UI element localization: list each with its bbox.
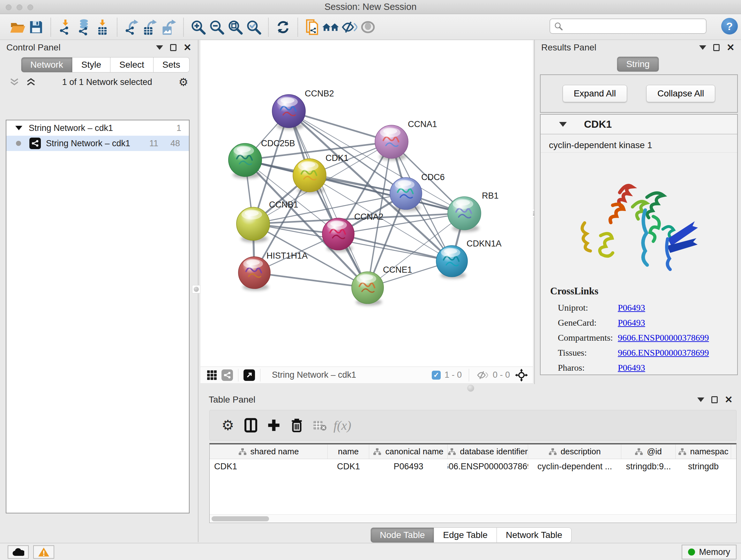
- zoom-fit-button[interactable]: [226, 17, 245, 37]
- horizontal-splitter-handle[interactable]: [467, 385, 474, 392]
- open-in-window-button[interactable]: [242, 368, 257, 382]
- tab-edge-table[interactable]: Edge Table: [434, 527, 497, 543]
- network-canvas[interactable]: CCNB2CCNA1CDC25BCDK1CDC6RB1CCNB1CCNA2CDK…: [200, 40, 533, 367]
- zoom-out-button[interactable]: [207, 17, 226, 37]
- warnings-button[interactable]: [33, 545, 54, 559]
- left-splitter-handle[interactable]: [192, 285, 200, 294]
- pan-mode-button[interactable]: [514, 368, 529, 382]
- table-cell[interactable]: CDK1: [328, 459, 369, 474]
- column-header-namespac[interactable]: namespac: [676, 444, 731, 459]
- close-panel-icon[interactable]: ✕: [727, 43, 735, 52]
- delete-columns-button[interactable]: [287, 416, 306, 435]
- show-all-button[interactable]: [359, 17, 377, 37]
- column-header-description[interactable]: description: [528, 444, 621, 459]
- crosslink-link[interactable]: P06493: [618, 303, 645, 313]
- network-node-rb1[interactable]: [448, 197, 481, 232]
- close-panel-icon[interactable]: ✕: [184, 43, 192, 52]
- function-builder-button[interactable]: f(x): [333, 418, 351, 433]
- network-node-ccnb1[interactable]: [237, 207, 270, 242]
- network-edge[interactable]: [254, 273, 367, 288]
- network-node-cdc25b[interactable]: [228, 143, 262, 179]
- network-collection-row[interactable]: String Network – cdk1 1: [6, 120, 189, 136]
- float-panel-icon[interactable]: [170, 44, 177, 51]
- new-network-from-selection-button[interactable]: [303, 17, 322, 37]
- import-network-from-database-button[interactable]: [75, 17, 93, 37]
- collapse-all-icon[interactable]: [10, 78, 19, 86]
- float-panel-icon[interactable]: [713, 44, 720, 51]
- tab-style[interactable]: Style: [72, 57, 111, 72]
- cloud-status-button[interactable]: [8, 545, 29, 559]
- column-header-shared-name[interactable]: shared name: [210, 444, 328, 459]
- create-column-button[interactable]: [265, 416, 283, 435]
- export-table-button[interactable]: [141, 17, 159, 37]
- network-options-gear-icon[interactable]: ⚙: [179, 77, 188, 87]
- tab-network[interactable]: Network: [21, 57, 72, 72]
- minimize-window-button[interactable]: [17, 4, 22, 10]
- table-cell[interactable]: cyclin-dependent ...: [528, 459, 621, 474]
- float-panel-icon[interactable]: [711, 396, 718, 403]
- import-table-from-file-button[interactable]: [93, 17, 112, 37]
- zoom-selected-button[interactable]: [245, 17, 263, 37]
- select-columns-button[interactable]: [242, 416, 260, 435]
- hide-selected-button[interactable]: [340, 17, 359, 37]
- table-horizontal-scrollbar[interactable]: [210, 514, 736, 523]
- help-button[interactable]: ?: [721, 18, 738, 35]
- protein-card-header[interactable]: CDK1: [541, 115, 737, 134]
- network-edge[interactable]: [289, 111, 367, 288]
- tab-node-table[interactable]: Node Table: [370, 527, 434, 543]
- table-row[interactable]: CDK1CDK1P064939606.ENSP00000378699cyclin…: [210, 459, 736, 474]
- network-row[interactable]: String Network – cdk1 11 48: [6, 136, 189, 151]
- save-session-button[interactable]: [27, 17, 45, 37]
- column-header-canonical-name[interactable]: canonical name: [369, 444, 448, 459]
- delete-table-button[interactable]: [311, 416, 329, 435]
- panel-menu-icon[interactable]: [697, 397, 704, 402]
- network-node-cdk1[interactable]: [293, 159, 326, 194]
- expand-all-button[interactable]: Expand All: [562, 85, 627, 102]
- collapse-all-button[interactable]: Collapse All: [646, 85, 715, 102]
- tab-network-table[interactable]: Network Table: [497, 527, 571, 543]
- column-header-database-identifier[interactable]: database identifier: [448, 444, 528, 459]
- scrollbar-thumb[interactable]: [212, 516, 269, 521]
- collection-caret-icon[interactable]: [15, 126, 22, 130]
- memory-button[interactable]: Memory: [682, 545, 737, 559]
- panel-menu-icon[interactable]: [699, 45, 706, 50]
- first-neighbors-button[interactable]: [322, 17, 340, 37]
- apply-layout-button[interactable]: [274, 17, 292, 37]
- import-network-from-file-button[interactable]: [56, 17, 75, 37]
- table-cell[interactable]: stringdb: [676, 459, 731, 474]
- collapse-protein-icon[interactable]: [559, 122, 567, 127]
- export-network-button[interactable]: [123, 17, 141, 37]
- network-node-ccne1[interactable]: [352, 272, 384, 306]
- birds-eye-view-button[interactable]: [204, 368, 219, 382]
- table-cell[interactable]: 9606.ENSP00000378699: [448, 459, 528, 474]
- search-input[interactable]: [563, 21, 700, 31]
- table-cell[interactable]: CDK1: [210, 459, 328, 474]
- expand-all-icon[interactable]: [26, 78, 36, 86]
- zoom-window-button[interactable]: [27, 4, 33, 10]
- tab-string[interactable]: String: [617, 57, 659, 72]
- network-node-cdc6[interactable]: [390, 178, 422, 211]
- network-edge[interactable]: [338, 234, 452, 261]
- network-node-cdkn1a[interactable]: [436, 246, 468, 279]
- selected-checkbox-icon[interactable]: ✓: [432, 371, 441, 380]
- crosslink-link[interactable]: 9606.ENSP00000378699: [618, 333, 709, 343]
- tab-sets[interactable]: Sets: [153, 57, 190, 72]
- zoom-in-button[interactable]: [189, 17, 207, 37]
- panel-menu-icon[interactable]: [156, 45, 163, 50]
- network-node-ccna1[interactable]: [375, 125, 408, 160]
- open-session-button[interactable]: [8, 17, 27, 37]
- export-image-button[interactable]: [159, 17, 178, 37]
- string-panel-button[interactable]: [219, 368, 235, 382]
- column-header--id[interactable]: @id: [621, 444, 676, 459]
- network-node-ccna2[interactable]: [322, 218, 354, 252]
- table-cell[interactable]: P06493: [369, 459, 448, 474]
- crosslink-link[interactable]: P06493: [618, 318, 645, 327]
- crosslink-link[interactable]: 9606.ENSP00000378699: [618, 348, 709, 358]
- table-cell[interactable]: stringdb:9...: [621, 459, 676, 474]
- close-window-button[interactable]: [6, 4, 11, 10]
- network-node-hist1h1a[interactable]: [239, 257, 270, 291]
- close-panel-icon[interactable]: ✕: [725, 395, 733, 405]
- crosslink-link[interactable]: P06493: [618, 363, 645, 373]
- column-header-name[interactable]: name: [328, 444, 369, 459]
- table-settings-button[interactable]: ⚙: [219, 416, 237, 435]
